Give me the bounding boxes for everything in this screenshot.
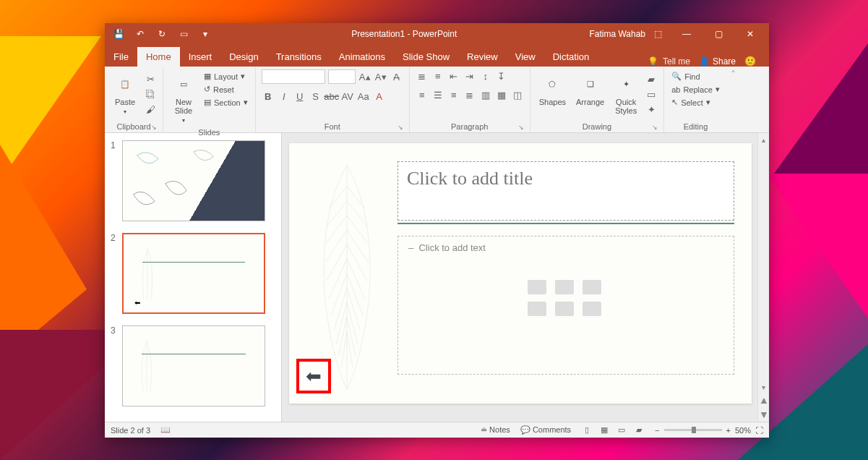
next-slide-icon[interactable]: ⯆ xyxy=(757,408,770,422)
comments-button[interactable]: 💬 Comments xyxy=(520,425,571,435)
shape-outline-icon[interactable]: ▭ xyxy=(645,88,658,101)
find-button[interactable]: 🔍 Find xyxy=(670,71,721,82)
reading-view-icon[interactable]: ▭ xyxy=(616,425,627,435)
dec-indent-icon[interactable]: ⇤ xyxy=(447,69,460,82)
grow-font-icon[interactable]: A▴ xyxy=(358,70,371,83)
reset-button[interactable]: ↺ Reset xyxy=(202,84,249,95)
underline-icon[interactable]: U xyxy=(293,90,306,103)
slide-canvas[interactable]: Click to add title – Click to add text xyxy=(289,143,752,404)
emoji-icon[interactable]: 🙂 xyxy=(744,56,756,67)
tab-slideshow[interactable]: Slide Show xyxy=(394,47,458,67)
justify-icon[interactable]: ≣ xyxy=(463,88,476,101)
spacing-icon[interactable]: AV xyxy=(341,90,354,103)
arrow-left-shape[interactable]: ⬅ xyxy=(299,362,328,391)
undo-icon[interactable]: ↶ xyxy=(135,29,145,39)
share-button[interactable]: 👤Share xyxy=(699,56,736,67)
zoom-out-icon[interactable]: − xyxy=(655,426,659,435)
redo-icon[interactable]: ↻ xyxy=(157,29,167,39)
shrink-font-icon[interactable]: A▾ xyxy=(374,70,387,83)
spellcheck-icon[interactable]: 📖 xyxy=(160,425,171,435)
italic-icon[interactable]: I xyxy=(278,90,291,103)
vertical-scrollbar[interactable]: ▴ ▾ ⯅ ⯆ xyxy=(757,133,769,422)
align-center-icon[interactable]: ☰ xyxy=(431,88,444,101)
insert-picture-icon[interactable] xyxy=(528,302,546,316)
slide-thumbnail-1[interactable] xyxy=(122,140,265,221)
content-placeholder[interactable]: – Click to add text xyxy=(398,236,734,375)
slideshow-start-icon[interactable]: ▭ xyxy=(179,29,189,39)
clear-format-icon[interactable]: A̶ xyxy=(390,70,403,83)
maximize-button[interactable]: ▢ xyxy=(702,23,734,45)
close-button[interactable]: ✕ xyxy=(734,23,766,45)
zoom-in-icon[interactable]: + xyxy=(726,426,731,435)
shape-effects-icon[interactable]: ✦ xyxy=(645,103,658,116)
smartart-icon[interactable]: ◫ xyxy=(511,88,524,101)
slide-thumbnail-3[interactable] xyxy=(122,325,265,406)
font-family-picker[interactable] xyxy=(262,69,325,84)
select-button[interactable]: ↖ Select ▾ xyxy=(670,97,721,108)
align-right-icon[interactable]: ≡ xyxy=(447,88,460,101)
font-launcher[interactable]: ↘ xyxy=(398,124,403,131)
shape-fill-icon[interactable]: ▰ xyxy=(645,72,658,85)
fit-to-window-icon[interactable]: ⛶ xyxy=(755,426,763,435)
save-icon[interactable]: 💾 xyxy=(113,29,124,39)
tab-animations[interactable]: Animations xyxy=(330,47,394,67)
zoom-level[interactable]: 50% xyxy=(735,426,751,435)
normal-view-icon[interactable]: ▯ xyxy=(581,425,593,435)
columns-icon[interactable]: ▥ xyxy=(479,88,492,101)
qat-dropdown-icon[interactable]: ▾ xyxy=(200,29,210,39)
numbering-icon[interactable]: ≡ xyxy=(431,69,444,82)
align-text-icon[interactable]: ▦ xyxy=(495,88,508,101)
section-button[interactable]: ▤ Section ▾ xyxy=(202,97,249,108)
minimize-button[interactable]: — xyxy=(671,23,702,45)
copy-icon[interactable]: ⿻ xyxy=(144,88,157,101)
clipboard-launcher[interactable]: ↘ xyxy=(151,124,157,131)
shadow-icon[interactable]: S xyxy=(309,90,322,103)
tell-me-search[interactable]: 💡Tell me xyxy=(648,56,690,67)
align-left-icon[interactable]: ≡ xyxy=(416,88,429,101)
shapes-button[interactable]: ⬠Shapes xyxy=(536,69,569,109)
cut-icon[interactable]: ✂ xyxy=(144,72,157,85)
tab-review[interactable]: Review xyxy=(458,47,507,67)
new-slide-button[interactable]: ▭ New Slide ▾ xyxy=(169,69,198,127)
case-icon[interactable]: Aa xyxy=(357,90,370,103)
text-direction-icon[interactable]: ↧ xyxy=(495,69,508,82)
insert-table-icon[interactable] xyxy=(528,280,546,294)
insert-chart-icon[interactable] xyxy=(555,280,574,294)
collapse-ribbon-icon[interactable]: ˄ xyxy=(731,69,735,77)
bullets-icon[interactable]: ≣ xyxy=(416,69,429,82)
tab-design[interactable]: Design xyxy=(220,47,267,67)
zoom-slider[interactable] xyxy=(664,429,722,431)
font-size-picker[interactable] xyxy=(328,69,356,84)
slide-info[interactable]: Slide 2 of 3 xyxy=(111,426,150,435)
tab-insert[interactable]: Insert xyxy=(180,47,221,67)
font-color-icon[interactable]: A xyxy=(373,90,386,103)
title-placeholder[interactable]: Click to add title xyxy=(398,161,734,221)
scroll-down-icon[interactable]: ▾ xyxy=(759,380,768,394)
notes-button[interactable]: ≐ Notes xyxy=(481,425,510,435)
scroll-up-icon[interactable]: ▴ xyxy=(759,133,768,147)
tab-view[interactable]: View xyxy=(507,47,544,67)
layout-button[interactable]: ▦ Layout ▾ xyxy=(202,71,249,82)
paragraph-launcher[interactable]: ↘ xyxy=(518,124,524,131)
quick-styles-button[interactable]: ✦Quick Styles xyxy=(611,69,640,118)
insert-smartart-icon[interactable] xyxy=(583,280,601,294)
slideshow-view-icon[interactable]: ▰ xyxy=(633,425,645,435)
inc-indent-icon[interactable]: ⇥ xyxy=(463,69,476,82)
tab-file[interactable]: File xyxy=(105,47,137,67)
format-painter-icon[interactable]: 🖌 xyxy=(144,103,157,116)
insert-video-icon[interactable] xyxy=(583,302,601,316)
tab-transitions[interactable]: Transitions xyxy=(267,47,330,67)
tab-home[interactable]: Home xyxy=(137,47,180,67)
tab-dictation[interactable]: Dictation xyxy=(544,47,598,67)
bold-icon[interactable]: B xyxy=(262,90,275,103)
slide-thumbnail-2[interactable]: ⬅ xyxy=(122,233,265,314)
drawing-launcher[interactable]: ↘ xyxy=(652,124,658,131)
ribbon-options-icon[interactable]: ⬚ xyxy=(654,29,662,39)
paste-button[interactable]: 📋 Paste ▾ xyxy=(111,69,139,118)
insert-online-picture-icon[interactable] xyxy=(555,302,574,316)
line-spacing-icon[interactable]: ↕ xyxy=(479,69,492,82)
arrange-button[interactable]: ❏Arrange xyxy=(573,69,607,109)
prev-slide-icon[interactable]: ⯅ xyxy=(757,394,770,408)
replace-button[interactable]: ab Replace ▾ xyxy=(670,84,721,95)
strike-icon[interactable]: abc xyxy=(325,90,338,103)
